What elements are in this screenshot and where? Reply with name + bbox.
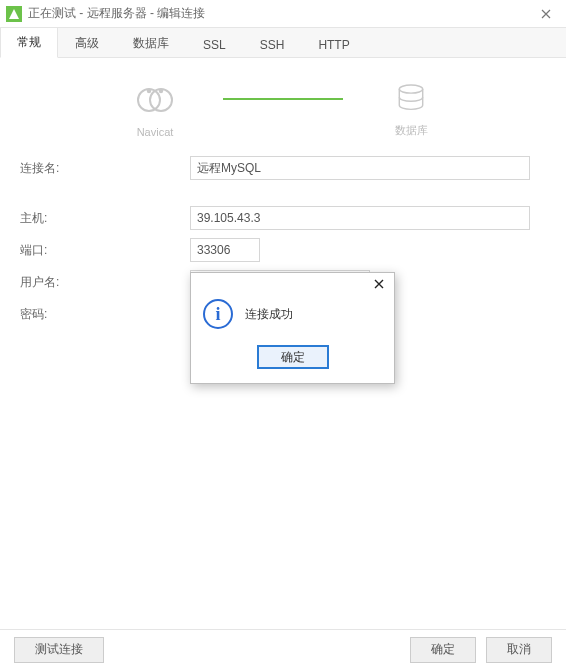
database-icon [393, 81, 429, 117]
dialog-ok-button[interactable]: 确定 [257, 345, 329, 369]
diagram-node-navicat: Navicat [95, 80, 215, 138]
tab-advanced[interactable]: 高级 [58, 28, 116, 58]
input-port[interactable] [190, 238, 260, 262]
row-connection-name: 连接名: [20, 156, 546, 180]
cancel-button[interactable]: 取消 [486, 637, 552, 663]
svg-point-4 [159, 89, 163, 93]
diagram-connection-line [223, 98, 343, 100]
app-icon [6, 6, 22, 22]
diagram-left-label: Navicat [137, 126, 174, 138]
tab-general[interactable]: 常规 [0, 27, 58, 58]
connection-diagram: Navicat 数据库 [20, 80, 546, 138]
dialog-titlebar [191, 273, 394, 295]
footer: 测试连接 确定 取消 [0, 629, 566, 669]
svg-point-5 [399, 85, 422, 93]
test-connection-button[interactable]: 测试连接 [14, 637, 104, 663]
titlebar: 正在测试 - 远程服务器 - 编辑连接 [0, 0, 566, 28]
label-connection-name: 连接名: [20, 160, 190, 177]
window-title: 正在测试 - 远程服务器 - 编辑连接 [28, 5, 532, 22]
navicat-icon [135, 80, 175, 120]
label-host: 主机: [20, 210, 190, 227]
row-port: 端口: [20, 238, 546, 262]
input-connection-name[interactable] [190, 156, 530, 180]
ok-button[interactable]: 确定 [410, 637, 476, 663]
close-icon[interactable] [532, 2, 560, 26]
svg-point-3 [147, 89, 151, 93]
dialog-close-icon[interactable] [368, 275, 390, 293]
tab-http[interactable]: HTTP [301, 31, 366, 58]
row-host: 主机: [20, 206, 546, 230]
input-host[interactable] [190, 206, 530, 230]
dialog-message: 连接成功 [245, 306, 293, 323]
message-dialog: i 连接成功 确定 [190, 272, 395, 384]
label-username: 用户名: [20, 274, 190, 291]
diagram-node-database: 数据库 [351, 81, 471, 138]
diagram-right-label: 数据库 [395, 123, 428, 138]
info-icon: i [203, 299, 233, 329]
label-password: 密码: [20, 306, 190, 323]
tab-ssl[interactable]: SSL [186, 31, 243, 58]
tab-ssh[interactable]: SSH [243, 31, 302, 58]
tab-database[interactable]: 数据库 [116, 28, 186, 58]
label-port: 端口: [20, 242, 190, 259]
tabs: 常规 高级 数据库 SSL SSH HTTP [0, 28, 566, 58]
